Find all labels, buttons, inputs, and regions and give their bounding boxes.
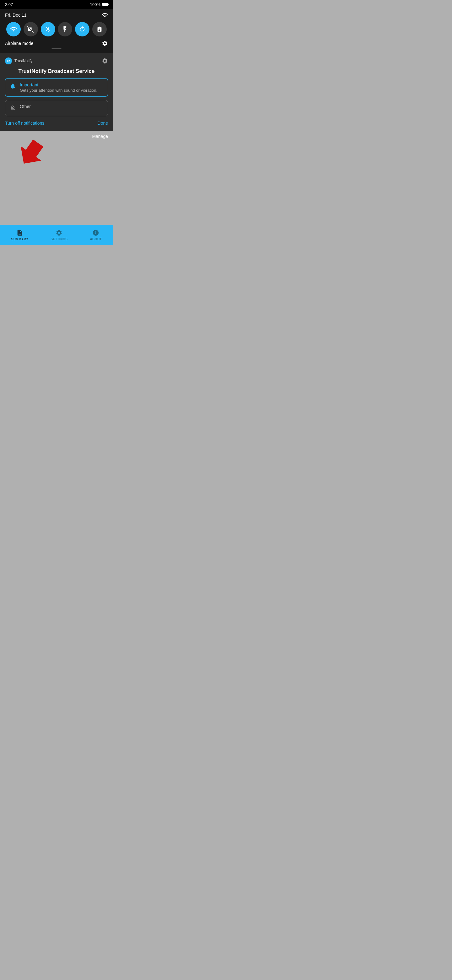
qs-wifi-button[interactable] [6,22,21,37]
card-header: Tn TrustNotify [5,57,108,64]
channel-other[interactable]: Other [5,100,108,116]
shade-header: Fri, Dec 11 [5,12,108,18]
qs-battery-button[interactable] [92,22,107,37]
qs-flashlight-button[interactable] [58,22,72,37]
qs-data-button[interactable] [24,22,38,37]
notification-title: TrustNotify Broadcast Service [5,68,108,75]
quick-settings [5,22,108,37]
card-header-left: Tn TrustNotify [5,57,33,64]
nav-about[interactable]: ABOUT [90,229,102,241]
airplane-mode-label: Airplane mode [5,41,33,46]
manage-button[interactable]: Manage [92,134,108,139]
status-bar: 2:07 100% [0,0,113,9]
svg-marker-0 [14,137,44,171]
shade-footer: Airplane mode [5,40,108,46]
turn-off-notifications-button[interactable]: Turn off notifications [5,121,44,126]
shade-handle [51,48,62,49]
notification-shade: Fri, Dec 11 Airplane mode [0,9,113,53]
nav-summary-label: SUMMARY [11,237,29,241]
bell-icon [10,83,16,91]
card-actions: Turn off notifications Done [5,121,108,126]
channel-important-content: Important Gets your attention with sound… [20,82,97,93]
channel-important-label: Important [20,82,97,88]
app-icon: Tn [5,57,12,64]
done-button[interactable]: Done [98,121,108,126]
nav-settings[interactable]: SETTINGS [51,229,68,241]
bottom-navigation: SUMMARY SETTINGS ABOUT [0,225,113,245]
status-right: 100% [90,2,108,7]
notification-settings-icon[interactable] [102,58,108,64]
red-arrow-indicator [3,137,41,169]
nav-summary[interactable]: SUMMARY [11,229,29,241]
battery-percentage: 100% [90,2,100,7]
channel-other-content: Other [20,104,31,109]
channel-other-label: Other [20,104,31,109]
notification-card: Tn TrustNotify TrustNotify Broadcast Ser… [0,53,113,130]
channel-important-desc: Gets your attention with sound or vibrat… [20,88,97,93]
shade-date: Fri, Dec 11 [5,13,26,18]
status-time: 2:07 [5,2,13,7]
wifi-icon [102,12,108,18]
qs-rotate-button[interactable] [75,22,89,37]
nav-settings-label: SETTINGS [51,237,68,241]
nav-about-label: ABOUT [90,237,102,241]
battery-icon [102,3,108,6]
settings-gear-icon[interactable] [102,40,108,46]
bell-off-icon [10,105,16,112]
qs-bluetooth-button[interactable] [41,22,55,37]
app-name-label: TrustNotify [14,59,33,63]
channel-important[interactable]: Important Gets your attention with sound… [5,78,108,97]
